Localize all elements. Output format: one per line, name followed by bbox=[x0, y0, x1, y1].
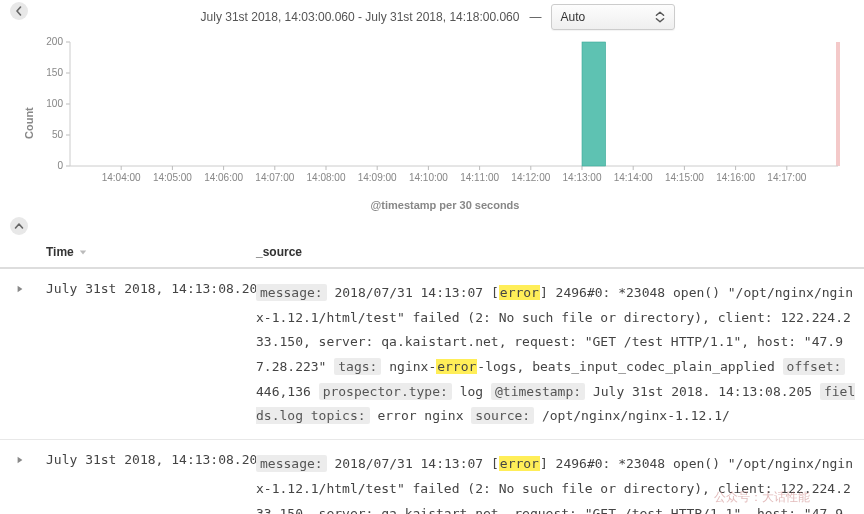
svg-text:14:05:00: 14:05:00 bbox=[153, 172, 192, 183]
interval-dropdown[interactable]: Auto bbox=[551, 4, 675, 30]
svg-text:14:12:00: 14:12:00 bbox=[511, 172, 550, 183]
table-header-source[interactable]: _source bbox=[250, 237, 864, 268]
time-range-label: July 31st 2018, 14:03:00.060 - July 31st… bbox=[201, 10, 520, 24]
svg-text:150: 150 bbox=[46, 67, 63, 78]
collapse-chart-button[interactable] bbox=[10, 217, 28, 235]
expand-row-toggle[interactable] bbox=[0, 268, 40, 440]
svg-text:14:16:00: 14:16:00 bbox=[716, 172, 755, 183]
svg-text:50: 50 bbox=[52, 129, 64, 140]
svg-text:14:10:00: 14:10:00 bbox=[409, 172, 448, 183]
chevron-updown-icon bbox=[654, 11, 666, 23]
chevron-up-icon bbox=[14, 221, 24, 231]
svg-text:14:07:00: 14:07:00 bbox=[255, 172, 294, 183]
row-time: July 31st 2018, 14:13:08.205 bbox=[40, 268, 250, 440]
svg-text:14:14:00: 14:14:00 bbox=[614, 172, 653, 183]
svg-text:14:11:00: 14:11:00 bbox=[460, 172, 499, 183]
svg-text:14:04:00: 14:04:00 bbox=[102, 172, 141, 183]
table-row: July 31st 2018, 14:13:08.205message: 201… bbox=[0, 268, 864, 440]
chevron-left-icon bbox=[14, 6, 24, 16]
svg-text:100: 100 bbox=[46, 98, 63, 109]
svg-rect-41 bbox=[582, 42, 606, 166]
svg-text:14:13:00: 14:13:00 bbox=[563, 172, 602, 183]
svg-text:0: 0 bbox=[57, 160, 63, 171]
svg-text:200: 200 bbox=[46, 36, 63, 47]
time-range-separator: — bbox=[529, 10, 541, 24]
results-table: Time _source July 31st 2018, 14:13:08.20… bbox=[0, 237, 864, 514]
svg-text:14:09:00: 14:09:00 bbox=[358, 172, 397, 183]
histogram-chart[interactable]: 05010015020014:04:0014:05:0014:06:0014:0… bbox=[36, 36, 844, 194]
table-header-time[interactable]: Time bbox=[40, 237, 250, 268]
table-header-toggle bbox=[0, 237, 40, 268]
interval-dropdown-label: Auto bbox=[560, 10, 585, 24]
svg-text:14:08:00: 14:08:00 bbox=[307, 172, 346, 183]
sort-desc-icon bbox=[79, 245, 87, 259]
row-source: message: 2018/07/31 14:13:07 [error] 249… bbox=[250, 268, 864, 440]
svg-text:14:15:00: 14:15:00 bbox=[665, 172, 704, 183]
row-time: July 31st 2018, 14:13:08.205 bbox=[40, 440, 250, 514]
y-axis-label: Count bbox=[22, 36, 36, 211]
table-row: July 31st 2018, 14:13:08.205message: 201… bbox=[0, 440, 864, 514]
svg-text:14:06:00: 14:06:00 bbox=[204, 172, 243, 183]
x-axis-label: @timestamp per 30 seconds bbox=[36, 199, 854, 211]
expand-row-toggle[interactable] bbox=[0, 440, 40, 514]
back-button[interactable] bbox=[10, 2, 28, 20]
svg-text:14:17:00: 14:17:00 bbox=[767, 172, 806, 183]
row-source: message: 2018/07/31 14:13:07 [error] 249… bbox=[250, 440, 864, 514]
